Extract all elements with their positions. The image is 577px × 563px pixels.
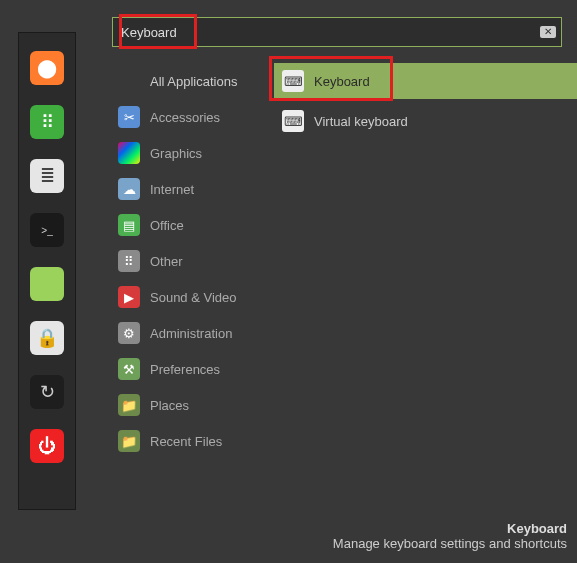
category-places[interactable]: 📁Places [112, 387, 274, 423]
dock-item-lock[interactable]: 🔒 [30, 321, 64, 355]
category-label: Accessories [150, 110, 220, 125]
category-label: Preferences [150, 362, 220, 377]
keyboard-icon: ⌨ [282, 110, 304, 132]
category-admin[interactable]: ⚙Administration [112, 315, 274, 351]
recent-icon: 📁 [118, 430, 140, 452]
search-input[interactable] [112, 17, 562, 47]
desc-subtitle: Manage keyboard settings and shortcuts [333, 536, 567, 551]
result-label: Keyboard [314, 74, 370, 89]
dock-item-files[interactable] [30, 267, 64, 301]
category-label: Graphics [150, 146, 202, 161]
category-sound[interactable]: ▶Sound & Video [112, 279, 274, 315]
desc-title: Keyboard [333, 521, 567, 536]
sound-icon: ▶ [118, 286, 140, 308]
category-list: All Applications✂AccessoriesGraphics☁Int… [112, 63, 274, 459]
category-label: Other [150, 254, 183, 269]
category-label: Internet [150, 182, 194, 197]
all-icon [118, 70, 140, 92]
keyboard-icon: ⌨ [282, 70, 304, 92]
category-label: Sound & Video [150, 290, 237, 305]
category-recent[interactable]: 📁Recent Files [112, 423, 274, 459]
category-label: All Applications [150, 74, 237, 89]
category-accessories[interactable]: ✂Accessories [112, 99, 274, 135]
category-label: Places [150, 398, 189, 413]
menu-columns: All Applications✂AccessoriesGraphics☁Int… [112, 63, 577, 459]
category-all[interactable]: All Applications [112, 63, 274, 99]
clear-search-icon[interactable]: ✕ [540, 26, 556, 38]
office-icon: ▤ [118, 214, 140, 236]
dock-panel: ⬤⠿≣>_🔒↻⏻ [18, 32, 76, 510]
accessories-icon: ✂ [118, 106, 140, 128]
other-icon: ⠿ [118, 250, 140, 272]
dock-item-logout[interactable]: ↻ [30, 375, 64, 409]
graphics-icon [118, 142, 140, 164]
category-label: Office [150, 218, 184, 233]
category-label: Recent Files [150, 434, 222, 449]
dock-item-settings[interactable]: ≣ [30, 159, 64, 193]
mint-menu: ✕ All Applications✂AccessoriesGraphics☁I… [112, 17, 577, 507]
category-office[interactable]: ▤Office [112, 207, 274, 243]
internet-icon: ☁ [118, 178, 140, 200]
app-description: Keyboard Manage keyboard settings and sh… [333, 521, 567, 551]
places-icon: 📁 [118, 394, 140, 416]
result-virtual-keyboard[interactable]: ⌨Virtual keyboard [274, 103, 577, 139]
dock-item-terminal[interactable]: >_ [30, 213, 64, 247]
search-results: ⌨Keyboard⌨Virtual keyboard [274, 63, 577, 459]
prefs-icon: ⚒ [118, 358, 140, 380]
category-internet[interactable]: ☁Internet [112, 171, 274, 207]
dock-item-power[interactable]: ⏻ [30, 429, 64, 463]
dock-item-firefox[interactable]: ⬤ [30, 51, 64, 85]
category-label: Administration [150, 326, 232, 341]
result-keyboard[interactable]: ⌨Keyboard [274, 63, 577, 99]
result-label: Virtual keyboard [314, 114, 408, 129]
category-other[interactable]: ⠿Other [112, 243, 274, 279]
dock-item-apps[interactable]: ⠿ [30, 105, 64, 139]
search-container: ✕ [112, 17, 562, 47]
category-prefs[interactable]: ⚒Preferences [112, 351, 274, 387]
admin-icon: ⚙ [118, 322, 140, 344]
category-graphics[interactable]: Graphics [112, 135, 274, 171]
